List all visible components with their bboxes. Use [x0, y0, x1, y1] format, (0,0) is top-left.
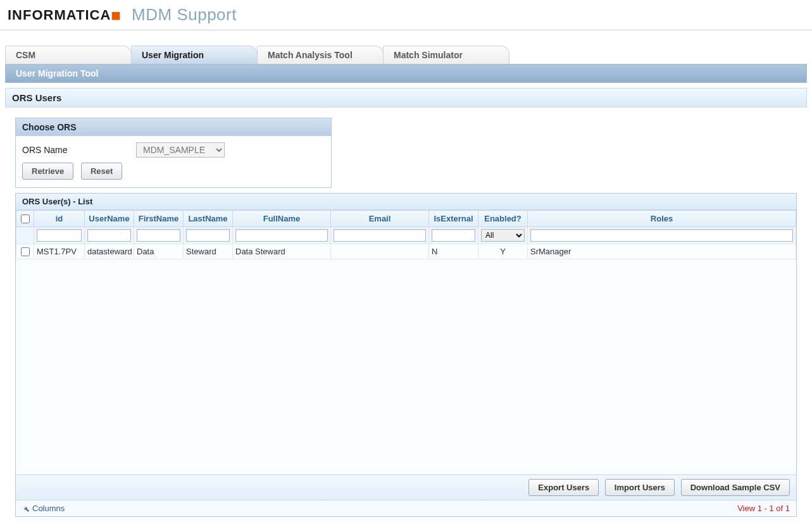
sub-toolbar: User Migration Tool [5, 64, 807, 83]
col-header-email[interactable]: Email [331, 211, 429, 227]
cell-isexternal: N [429, 244, 478, 259]
download-sample-csv-button[interactable]: Download Sample CSV [681, 479, 790, 496]
col-header-firstname[interactable]: FirstName [134, 211, 184, 227]
tab-csm[interactable]: CSM [5, 46, 132, 64]
col-header-fullname[interactable]: FullName [233, 211, 331, 227]
table-empty-space [16, 259, 796, 474]
main-tabbar: CSM User Migration Match Analysis Tool M… [5, 46, 812, 64]
filter-email[interactable] [334, 229, 426, 242]
filter-lastname[interactable] [186, 229, 230, 242]
app-title: MDM Support [132, 5, 237, 25]
filter-id[interactable] [37, 229, 82, 242]
tab-match-simulator[interactable]: Match Simulator [383, 46, 509, 64]
filter-isexternal[interactable] [432, 229, 475, 242]
reset-button[interactable]: Reset [81, 163, 122, 180]
import-users-button[interactable]: Import Users [605, 479, 675, 496]
filter-roles[interactable] [530, 229, 793, 242]
export-users-button[interactable]: Export Users [528, 479, 599, 496]
filter-enabled[interactable]: All [481, 229, 525, 242]
select-all-checkbox[interactable] [21, 214, 30, 223]
cell-roles: SrManager [528, 244, 796, 259]
cell-enabled: Y [478, 244, 528, 259]
table-filter-row: All [16, 227, 796, 244]
section-ors-users: ORS Users [5, 88, 807, 108]
col-header-username[interactable]: UserName [85, 211, 134, 227]
col-header-checkbox[interactable] [16, 211, 34, 227]
app-header: INFORMATICA■ MDM Support [0, 0, 812, 30]
informatica-logo: INFORMATICA■ [8, 7, 122, 23]
table-header-row: id UserName FirstName LastName FullName … [16, 211, 796, 227]
columns-link[interactable]: Columns [22, 504, 65, 513]
col-header-roles[interactable]: Roles [528, 211, 796, 227]
col-header-id[interactable]: id [34, 211, 85, 227]
wrench-icon [22, 505, 30, 512]
ors-users-table: id UserName FirstName LastName FullName … [16, 210, 796, 259]
filter-firstname[interactable] [137, 229, 180, 242]
view-count: View 1 - 1 of 1 [737, 504, 790, 513]
filter-fullname[interactable] [235, 229, 328, 242]
table-footer: Columns View 1 - 1 of 1 [16, 500, 796, 516]
retrieve-button[interactable]: Retrieve [22, 163, 73, 180]
tab-user-migration[interactable]: User Migration [131, 46, 258, 64]
ors-users-list-header: ORS User(s) - List [16, 194, 796, 210]
ors-name-select[interactable]: MDM_SAMPLE [136, 142, 225, 158]
col-header-lastname[interactable]: LastName [184, 211, 233, 227]
ors-name-label: ORS Name [22, 145, 136, 155]
cell-id: MST1.7PV [34, 244, 85, 259]
table-row[interactable]: MST1.7PV datasteward Data Steward Data S… [16, 244, 796, 259]
cell-email [331, 244, 429, 259]
row-checkbox[interactable] [21, 247, 30, 256]
choose-ors-header: Choose ORS [16, 118, 331, 136]
col-header-enabled[interactable]: Enabled? [478, 211, 528, 227]
cell-username: datasteward [85, 244, 134, 259]
cell-lastname: Steward [184, 244, 233, 259]
action-bar: Export Users Import Users Download Sampl… [16, 474, 796, 500]
ors-users-list-panel: ORS User(s) - List id UserName FirstName… [15, 193, 797, 517]
choose-ors-panel: Choose ORS ORS Name MDM_SAMPLE Retrieve … [15, 118, 332, 188]
cell-fullname: Data Steward [233, 244, 331, 259]
filter-username[interactable] [87, 229, 131, 242]
tab-match-analysis[interactable]: Match Analysis Tool [257, 46, 384, 64]
col-header-isexternal[interactable]: IsExternal [429, 211, 478, 227]
cell-firstname: Data [134, 244, 184, 259]
